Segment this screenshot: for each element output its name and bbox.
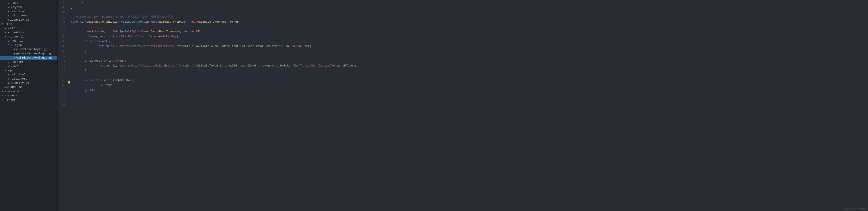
sidebar-item-types-dir[interactable]: ▶▸ types [0,5,57,9]
code-line [71,54,866,59]
tree-item-label: config [13,39,57,42]
token: (in * [144,20,152,24]
line-number: 31 [59,10,65,14]
token: error [230,20,239,24]
tree-arrow: ▶ [4,27,7,30]
sidebar-item-identity-go-2[interactable]: ◉ identity.go [0,81,57,85]
sidebar-item-identity-go-1[interactable]: ◉ identity.go [0,18,57,22]
line-number: 38 [59,44,65,49]
token: return [99,44,109,48]
sidebar-item-mqueue-dir[interactable]: ▶▸ mqueue [0,93,57,98]
token: userTokenKey [156,35,177,38]
tree-item-label: .gitignore [10,77,57,81]
token: , err) [301,44,311,48]
token: ) [199,30,200,33]
folder-icon: ▸ [7,69,9,72]
code-line: dbToken, err := l.svcCtx.RedisClient.Get… [71,34,866,39]
code-line: } [71,68,866,73]
token: return [85,79,95,82]
sidebar-item-identity-dir[interactable]: ▶▸ identity [0,30,57,35]
tree-item-label: validatetokenlogic.go [16,56,57,59]
folder-icon: ▸ [11,1,12,5]
token [71,88,85,92]
sidebar-item-message-dir[interactable]: ▶▸ message [0,89,57,93]
tree-item-label: identity [10,31,57,34]
token: errors [119,64,130,67]
code-line: } [71,97,866,102]
token: nil, [109,44,120,48]
tree-item-label: identity.go [10,81,57,85]
tree-arrow: ▶ [1,99,4,101]
sidebar-item-internal-dir[interactable]: ▼▸ internal [0,35,57,39]
sidebar-item-logic-dir[interactable]: ▼▸ logic [0,43,57,47]
sidebar-item-air-toml[interactable]: ◈ .air.toml [0,9,57,13]
folder-icon: ▸ [11,64,12,68]
sidebar-item-generatetokenlogic-go[interactable]: ◉ generatetokenlogic.go [0,52,57,56]
token: ValidateTokenReq [157,20,185,24]
sidebar-item-order-dir[interactable]: ▶▸ order [0,98,57,102]
token: userTokenKey [85,30,105,33]
token: } [81,1,83,4]
folder-icon: ▸ [7,31,9,34]
token: true [105,84,113,87]
token: nil [102,40,107,43]
sidebar-item-cleartokenlogic-go[interactable]: ◉ cleartokenlogic.go [0,47,57,52]
token: ValidateTokenError [142,44,173,48]
token [71,64,99,67]
token [71,59,85,62]
sidebar-item-gitignore2[interactable]: ◈ .gitignore [0,77,57,81]
folder-icon: ▸ [11,60,12,64]
token: pb [152,20,156,24]
token [71,30,85,33]
sidebar-item-etc-dir[interactable]: ▶▸ etc [0,26,57,30]
tree-item-label: .air.toml [10,73,57,76]
folder-icon: ▸ [4,90,6,93]
sidebar-item-pb-dir[interactable]: ▶▸ pb [0,68,57,72]
token: } [85,69,87,72]
token: UserId [189,30,199,33]
folder-icon: ▸ [7,27,9,30]
sidebar-item-server-dir[interactable]: ▶▸ server [0,60,57,64]
token [71,69,85,72]
token: ( [131,30,133,33]
token: "format: \"ValidateToken is invalid user… [177,64,303,67]
line-number: 39 [59,49,65,54]
token: , dbToken) [339,64,356,67]
sidebar-item-svc-dir2[interactable]: ▶▸ svc [0,64,57,68]
code-line [71,10,866,14]
go-icon: ◉ [14,56,15,59]
token: ValidateTokenLogic [87,20,118,24]
sidebar-item-validatetokenlogic-go[interactable]: ◉ validatetokenlogic.go [0,56,57,60]
line-number: 48 [59,93,65,97]
code-line: } [71,49,866,54]
watermark: CSDN @Mikaelemmm [843,207,866,210]
code-line: userTokenKey := fmt.Sprintf(globalkey.Ca… [71,29,866,34]
token: := l. [105,35,116,38]
token: , in. [321,64,330,67]
code-line: return nil, errors.Wrapf(ValidateTokenEr… [71,63,866,68]
sidebar-item-rpc-dir[interactable]: ▼▸ rpc [0,22,57,26]
tree-arrow: ▶ [7,65,11,68]
code-line [71,93,866,97]
token: : [102,84,105,87]
folder-icon: ▸ [4,22,6,26]
sidebar-item-svc-dir[interactable]: ▶▸ svc [0,1,57,5]
token [71,40,85,43]
token: { [123,59,126,62]
token: } [85,50,87,53]
line-number: 29 [59,0,65,5]
sidebar-item-readme-md[interactable]: ◈ README.md [0,85,57,89]
token: Get [149,35,154,38]
tree-item-label: mqueue [7,94,57,97]
token: (l * [78,20,87,24]
sidebar-item-config-dir[interactable]: ▶▸ config [0,39,57,43]
code-line: Ok: true, [71,83,866,88]
tree-item-label: pb [10,69,57,72]
tree-item-label: svc [13,64,57,68]
sidebar-item-air-toml2[interactable]: ◈ .air.toml [0,72,57,77]
code-line: 💡 return &pb.ValidateTokenResp{ [71,78,866,83]
tree-item-label: identity.go [10,18,57,22]
sidebar-item-gitignore[interactable]: ◈ .gitignore [0,13,57,18]
tree-arrow: ▶ [7,6,11,9]
token: pb [99,79,102,82]
